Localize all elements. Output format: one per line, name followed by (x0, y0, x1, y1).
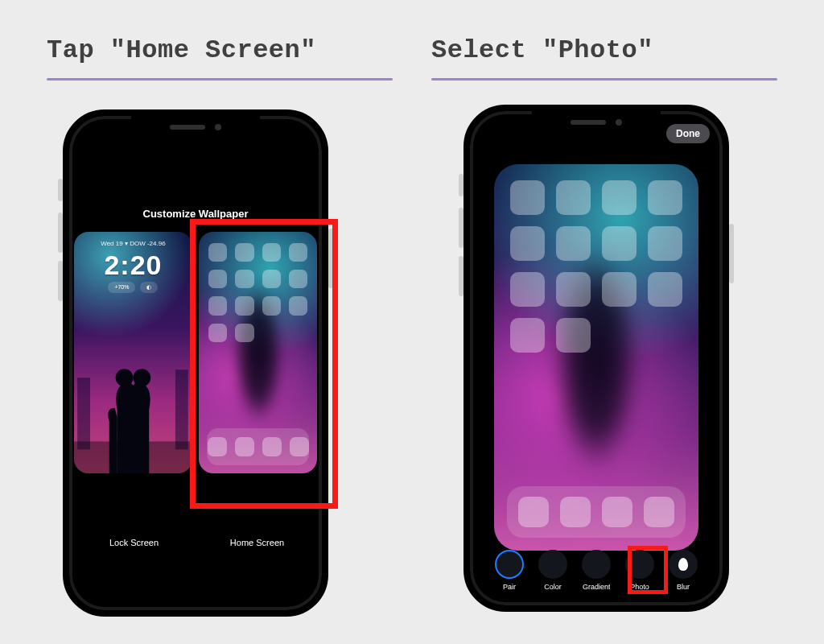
step-1-title: Tap "Home Screen" (47, 35, 316, 65)
step-1-divider (47, 78, 393, 80)
done-button[interactable]: Done (666, 124, 710, 143)
app-icon (556, 180, 591, 215)
app-icon (510, 272, 545, 307)
lock-screen-clock: 2:20 (74, 250, 192, 281)
notch-icon (532, 111, 661, 134)
app-icon (289, 243, 307, 262)
app-icon (602, 497, 632, 527)
app-icon (262, 270, 281, 288)
app-icon (262, 437, 282, 456)
app-icon (235, 243, 253, 262)
lock-screen-widgets: +70% ◐ (74, 282, 192, 293)
home-screen-large-preview[interactable] (494, 164, 698, 551)
app-icon (648, 180, 682, 215)
svg-rect-1 (77, 378, 90, 449)
option-label: Blur (677, 583, 690, 591)
app-icon (208, 243, 227, 262)
option-blur[interactable]: Blur (669, 550, 698, 591)
option-label: Photo (630, 583, 649, 591)
option-gradient[interactable]: Gradient (582, 550, 611, 591)
pair-icon (495, 550, 524, 579)
photo-icon (625, 550, 654, 579)
step-1-column: Tap "Home Screen" Customize Wallpaper We… (47, 35, 393, 644)
step-2-column: Select "Photo" Done (431, 35, 777, 644)
app-icon (510, 226, 545, 261)
lock-screen-widget: +70% (108, 282, 135, 293)
app-icon (644, 497, 674, 527)
camera-icon (616, 119, 622, 126)
lock-screen-widget: ◐ (140, 282, 158, 293)
app-icon (556, 318, 591, 353)
phone-mock-left: Customize Wallpaper Wed 19 ▾ DOW -24.96 … (63, 109, 328, 617)
app-icon (208, 296, 227, 315)
home-preview-app-grid (208, 243, 307, 342)
home-app-grid (510, 180, 682, 353)
home-screen-label: Home Screen (196, 538, 319, 547)
gradient-icon (582, 550, 611, 579)
svg-point-4 (133, 369, 150, 386)
app-icon (208, 437, 227, 456)
wallpaper-art-icon (74, 314, 192, 473)
side-button-icon (459, 174, 464, 196)
home-screen-preview[interactable] (199, 232, 317, 473)
app-icon (208, 270, 227, 288)
home-dock (507, 486, 686, 538)
lock-screen-date-widget: Wed 19 ▾ DOW -24.96 (74, 240, 192, 247)
app-icon (235, 270, 253, 288)
app-icon (235, 296, 253, 315)
wallpaper-previews-row: Wed 19 ▾ DOW -24.96 2:20 +70% ◐ (72, 232, 319, 526)
option-color[interactable]: Color (538, 550, 567, 591)
app-icon (648, 272, 682, 307)
side-button-icon (459, 256, 464, 296)
speaker-icon (571, 120, 606, 125)
svg-rect-2 (175, 369, 188, 449)
app-icon (289, 270, 307, 288)
svg-point-3 (116, 369, 134, 386)
app-icon (289, 296, 307, 315)
blur-icon (669, 550, 698, 579)
step-2-divider (431, 78, 777, 80)
home-preview-dock (207, 428, 309, 465)
app-icon (556, 272, 591, 307)
app-icon (510, 180, 545, 215)
side-button-icon (328, 229, 333, 288)
step-2-title: Select "Photo" (431, 35, 653, 65)
speaker-icon (170, 125, 205, 130)
app-icon (556, 226, 591, 261)
option-label: Color (544, 583, 562, 591)
app-icon (602, 226, 637, 261)
side-button-icon (58, 213, 63, 253)
app-icon (235, 437, 254, 456)
app-icon (602, 180, 637, 215)
option-pair[interactable]: Pair (495, 550, 524, 591)
option-photo[interactable]: Photo (625, 550, 654, 591)
option-label: Gradient (583, 583, 610, 591)
phone-mock-right: Done (464, 105, 729, 612)
lock-screen-preview[interactable]: Wed 19 ▾ DOW -24.96 2:20 +70% ◐ (74, 232, 192, 473)
drop-icon (678, 558, 688, 571)
app-icon (518, 497, 549, 527)
app-icon (602, 272, 637, 307)
option-label: Pair (503, 583, 516, 591)
color-icon (538, 550, 567, 579)
app-icon (560, 497, 591, 527)
camera-icon (215, 124, 221, 130)
side-button-icon (58, 179, 63, 201)
phone-screen-right: Done (473, 114, 719, 602)
wallpaper-source-options: Pair Color Gradient Photo Blur (473, 550, 719, 591)
app-icon (262, 296, 281, 315)
customize-wallpaper-title: Customize Wallpaper (72, 208, 319, 220)
app-icon (235, 324, 253, 342)
notch-icon (131, 116, 260, 138)
side-button-icon (58, 261, 63, 301)
side-button-icon (729, 224, 734, 283)
app-icon (648, 226, 682, 261)
phone-screen-left: Customize Wallpaper Wed 19 ▾ DOW -24.96 … (72, 119, 319, 607)
side-button-icon (459, 208, 464, 248)
app-icon (208, 324, 227, 342)
lock-screen-label: Lock Screen (72, 538, 196, 547)
app-icon (262, 243, 281, 262)
app-icon (290, 437, 309, 456)
app-icon (510, 318, 545, 353)
